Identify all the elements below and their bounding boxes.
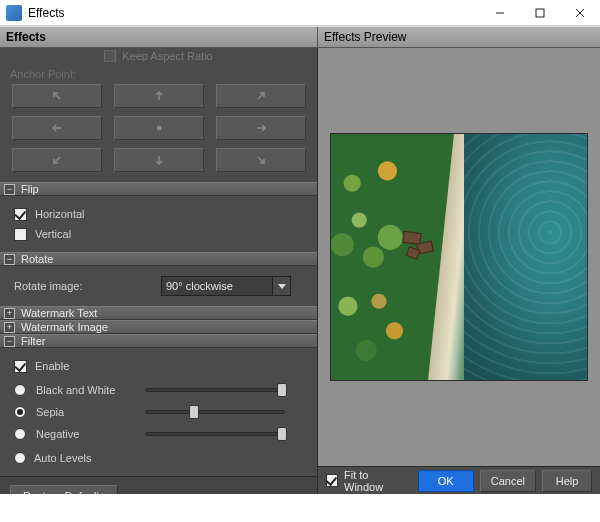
watermark-text-section-header[interactable]: + Watermark Text — [0, 306, 317, 320]
close-button[interactable] — [560, 0, 600, 25]
rotate-image-select[interactable]: 90° clockwise — [161, 276, 291, 296]
filter-enable-label: Enable — [35, 360, 69, 372]
filter-sepia-label: Sepia — [36, 406, 64, 418]
dot-icon — [153, 122, 165, 134]
filter-bw-slider[interactable] — [145, 382, 285, 398]
arrow-up-right-icon — [255, 90, 267, 102]
keep-aspect-ratio-checkbox[interactable] — [104, 50, 116, 62]
svg-line-12 — [258, 157, 264, 163]
arrow-down-icon — [153, 154, 165, 166]
rotate-image-label: Rotate image: — [14, 280, 82, 292]
anchor-e-button[interactable] — [216, 116, 306, 140]
rotate-image-value: 90° clockwise — [166, 280, 233, 292]
svg-line-10 — [54, 157, 60, 163]
arrow-up-icon — [153, 90, 165, 102]
collapse-icon: − — [4, 336, 15, 347]
filter-section-title: Filter — [21, 335, 45, 347]
keep-aspect-ratio-row: Keep Aspect Ratio — [0, 50, 317, 62]
filter-bw-label: Black and White — [36, 384, 115, 396]
arrow-down-left-icon — [51, 154, 63, 166]
collapse-icon: − — [4, 184, 15, 195]
effects-panel-title: Effects — [0, 27, 318, 47]
filter-auto-radio[interactable] — [14, 452, 26, 464]
anchor-ne-button[interactable] — [216, 84, 306, 108]
arrow-right-icon — [255, 122, 267, 134]
flip-horizontal-checkbox[interactable] — [14, 208, 27, 221]
filter-auto-label: Auto Levels — [34, 452, 91, 464]
preview-panel-title: Effects Preview — [318, 27, 600, 47]
filter-enable-checkbox[interactable] — [14, 360, 27, 373]
preview-image — [330, 133, 588, 381]
cancel-button[interactable]: Cancel — [480, 470, 536, 492]
help-button[interactable]: Help — [542, 470, 592, 492]
anchor-nw-button[interactable] — [12, 84, 102, 108]
svg-point-8 — [156, 126, 161, 131]
filter-section-header[interactable]: − Filter — [0, 334, 317, 348]
svg-rect-1 — [536, 9, 544, 17]
dialog-footer: Fit to Window OK Cancel Help — [318, 466, 600, 494]
window-titlebar: Effects — [0, 0, 600, 26]
app-icon — [6, 5, 22, 21]
watermark-text-title: Watermark Text — [21, 307, 97, 319]
anchor-w-button[interactable] — [12, 116, 102, 140]
expand-icon: + — [4, 308, 15, 319]
keep-aspect-ratio-label: Keep Aspect Ratio — [122, 50, 213, 62]
rotate-section-title: Rotate — [21, 253, 53, 265]
expand-icon: + — [4, 322, 15, 333]
arrow-left-icon — [51, 122, 63, 134]
panel-header-row: Effects Effects Preview — [0, 26, 600, 48]
effects-panel: Keep Aspect Ratio Anchor Point: − Flip H… — [0, 48, 318, 494]
maximize-button[interactable] — [520, 0, 560, 25]
minimize-button[interactable] — [480, 0, 520, 25]
anchor-point-grid — [0, 84, 317, 182]
flip-horizontal-label: Horizontal — [35, 208, 85, 220]
filter-negative-radio[interactable] — [14, 428, 26, 440]
preview-panel: Fit to Window OK Cancel Help — [318, 48, 600, 494]
flip-vertical-checkbox[interactable] — [14, 228, 27, 241]
anchor-se-button[interactable] — [216, 148, 306, 172]
chevron-down-icon — [272, 277, 290, 295]
svg-line-6 — [258, 93, 264, 99]
svg-line-4 — [54, 93, 60, 99]
filter-negative-slider[interactable] — [145, 426, 285, 442]
filter-sepia-slider[interactable] — [145, 404, 285, 420]
fit-to-window-label: Fit to Window — [344, 469, 402, 493]
anchor-s-button[interactable] — [114, 148, 204, 172]
left-footer: Restore Defaults — [0, 476, 317, 494]
fit-to-window-checkbox[interactable] — [326, 474, 338, 487]
collapse-icon: − — [4, 254, 15, 265]
filter-negative-label: Negative — [36, 428, 79, 440]
flip-vertical-label: Vertical — [35, 228, 71, 240]
anchor-sw-button[interactable] — [12, 148, 102, 172]
anchor-center-button[interactable] — [114, 116, 204, 140]
flip-section-body: Horizontal Vertical — [0, 196, 317, 252]
rotate-section-header[interactable]: − Rotate — [0, 252, 317, 266]
flip-section-header[interactable]: − Flip — [0, 182, 317, 196]
window-title: Effects — [28, 6, 480, 20]
watermark-image-title: Watermark Image — [21, 321, 108, 333]
anchor-point-label: Anchor Point: — [10, 68, 317, 80]
restore-defaults-button[interactable]: Restore Defaults — [10, 485, 118, 494]
anchor-n-button[interactable] — [114, 84, 204, 108]
filter-section-body: Enable Black and White Sepia Negative Au… — [0, 348, 317, 476]
watermark-image-section-header[interactable]: + Watermark Image — [0, 320, 317, 334]
preview-viewport — [318, 48, 600, 466]
arrow-up-left-icon — [51, 90, 63, 102]
filter-bw-radio[interactable] — [14, 384, 26, 396]
filter-sepia-radio[interactable] — [14, 406, 26, 418]
ok-button[interactable]: OK — [418, 470, 474, 492]
flip-section-title: Flip — [21, 183, 39, 195]
rotate-section-body: Rotate image: 90° clockwise — [0, 266, 317, 306]
arrow-down-right-icon — [255, 154, 267, 166]
